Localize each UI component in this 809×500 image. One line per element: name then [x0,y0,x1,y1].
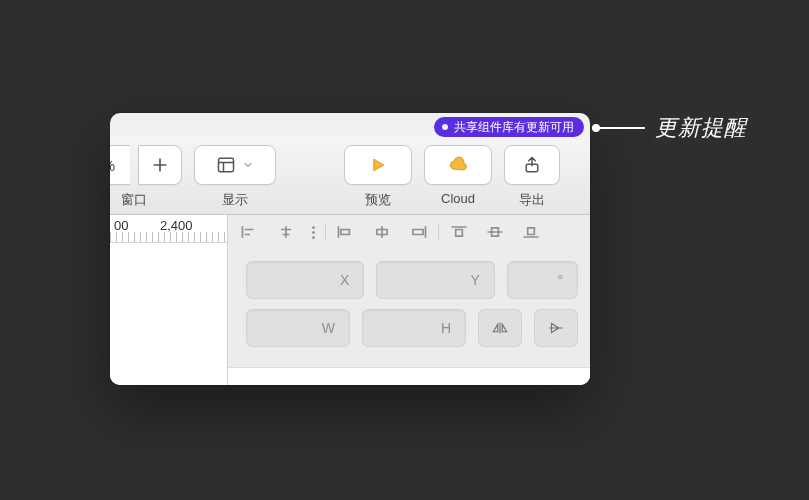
share-icon [522,155,542,175]
view-label: 显示 [222,191,248,209]
divider [325,224,326,240]
notification-text: 共享组件库有更新可用 [454,117,574,137]
flip-horizontal-button[interactable] [478,309,522,347]
canvas-column: 00 2,400 [110,215,228,385]
flip-horizontal-icon [491,320,509,336]
cloud-button[interactable] [424,145,492,185]
callout-leader-line [597,127,645,129]
plus-icon [150,155,170,175]
layout-icon [216,155,236,175]
panel-footer [228,367,590,385]
size-row: W H [246,309,578,347]
preview-group: 预览 [344,145,412,209]
position-row: X Y ° [246,261,578,299]
preview-button[interactable] [344,145,412,185]
ruler-ticks [110,232,227,242]
h-field[interactable]: H [362,309,466,347]
export-button[interactable] [504,145,560,185]
cloud-icon [448,155,468,175]
play-icon [368,155,388,175]
zoom-percent-button[interactable]: % [110,145,130,185]
ruler-tick-a: 00 [114,218,128,233]
distribute-center-icon[interactable] [372,223,392,241]
align-bottom-icon[interactable] [521,223,541,241]
window-label: 窗口 [121,191,147,209]
align-top-icon[interactable] [449,223,469,241]
export-label: 导出 [519,191,545,209]
view-group: 显示 [194,145,276,209]
alignment-toolbar [240,219,578,245]
distribute-right-icon[interactable] [408,223,428,241]
align-middle-icon[interactable] [485,223,505,241]
zoom-add-button[interactable] [138,145,182,185]
zoom-group: % 窗口 [110,145,182,209]
align-left-icon[interactable] [240,223,260,241]
w-field[interactable]: W [246,309,350,347]
svg-rect-0 [219,158,234,171]
app-window: 共享组件库有更新可用 % 窗口 显示 [110,113,590,385]
y-field[interactable]: Y [376,261,494,299]
chevron-down-icon [242,155,254,175]
ruler-horizontal[interactable]: 00 2,400 [110,215,227,243]
zoom-suffix: % [110,157,115,174]
x-field[interactable]: X [246,261,364,299]
distribute-left-icon[interactable] [336,223,356,241]
export-group: 导出 [504,145,560,209]
notification-dot-icon [442,124,448,130]
cloud-group: Cloud [424,145,492,206]
preview-label: 预览 [365,191,391,209]
library-update-notification[interactable]: 共享组件库有更新可用 [434,117,584,137]
content-area: 00 2,400 X Y ° [110,215,590,385]
rotation-field[interactable]: ° [507,261,578,299]
divider [438,224,439,240]
inspector-panel: X Y ° W H [228,215,590,385]
callout-label: 更新提醒 [655,113,747,143]
flip-vertical-icon [547,320,565,336]
ruler-tick-b: 2,400 [160,218,193,233]
cloud-label: Cloud [441,191,475,206]
more-align-icon[interactable] [312,226,315,239]
toolbar: % 窗口 显示 预览 [110,137,590,215]
flip-vertical-button[interactable] [534,309,578,347]
layout-view-button[interactable] [194,145,276,185]
align-center-h-icon[interactable] [276,223,296,241]
